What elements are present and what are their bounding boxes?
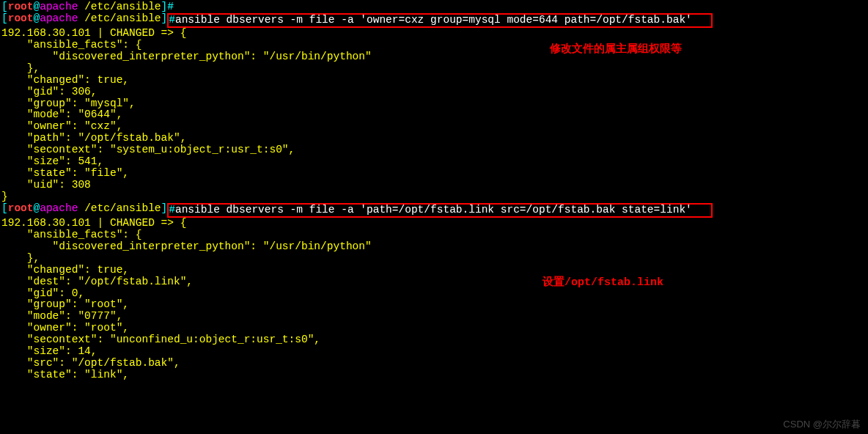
watermark: CSDN @尔尔辞暮 xyxy=(783,419,861,430)
out2-facts-open: "ansible_facts": { xyxy=(1,229,867,241)
prompt-path: /etc/ansible xyxy=(84,1,161,12)
out1-header: 192.168.30.101 | CHANGED => { xyxy=(1,28,867,40)
out2-dest: "dest": "/opt/fstab.link", xyxy=(1,276,867,288)
out2-state: "state": "link", xyxy=(1,369,867,381)
out1-gid: "gid": 306, xyxy=(1,87,867,98)
prompt-user: root xyxy=(8,1,34,12)
command-1[interactable]: ansible dbservers -m file -a 'owner=cxz … xyxy=(175,14,692,26)
out1-mode: "mode": "0644", xyxy=(1,109,867,121)
annotation-1: 修改文件的属主属组权限等 xyxy=(550,44,682,56)
out1-state: "state": "file", xyxy=(1,168,867,180)
out1-close: } xyxy=(1,191,867,203)
terminal-output: [root@apache /etc/ansible]# [root@apache… xyxy=(1,1,867,381)
out2-mode: "mode": "0777", xyxy=(1,311,867,323)
out1-changed: "changed": true, xyxy=(1,75,867,87)
out1-secontext: "secontext": "system_u:object_r:usr_t:s0… xyxy=(1,144,867,156)
out1-facts-open: "ansible_facts": { xyxy=(1,40,867,51)
out2-group: "group": "root", xyxy=(1,299,867,311)
command-2-box: #ansible dbservers -m file -a 'path=/opt… xyxy=(167,203,713,218)
out1-path: "path": "/opt/fstab.bak", xyxy=(1,133,867,144)
command-2[interactable]: ansible dbservers -m file -a 'path=/opt/… xyxy=(175,204,692,216)
out2-header: 192.168.30.101 | CHANGED => { xyxy=(1,218,867,229)
annotation-2: 设置/opt/fstab.link xyxy=(542,277,663,290)
out2-disc: "discovered_interpreter_python": "/usr/b… xyxy=(1,241,867,253)
out2-facts-close: }, xyxy=(1,253,867,265)
out2-size: "size": 14, xyxy=(1,346,867,358)
out1-group: "group": "mysql", xyxy=(1,98,867,110)
out2-secontext: "secontext": "unconfined_u:object_r:usr_… xyxy=(1,334,867,346)
out1-uid: "uid": 308 xyxy=(1,180,867,191)
out2-gid: "gid": 0, xyxy=(1,288,867,300)
out1-owner: "owner": "cxz", xyxy=(1,121,867,133)
out1-disc: "discovered_interpreter_python": "/usr/b… xyxy=(1,51,867,63)
out1-size: "size": 541, xyxy=(1,156,867,168)
command-1-box: #ansible dbservers -m file -a 'owner=cxz… xyxy=(167,13,713,28)
out2-src: "src": "/opt/fstab.bak", xyxy=(1,358,867,369)
out2-owner: "owner": "root", xyxy=(1,323,867,334)
out1-facts-close: }, xyxy=(1,63,867,75)
prompt-host: apache xyxy=(40,1,78,12)
out2-changed: "changed": true, xyxy=(1,265,867,276)
